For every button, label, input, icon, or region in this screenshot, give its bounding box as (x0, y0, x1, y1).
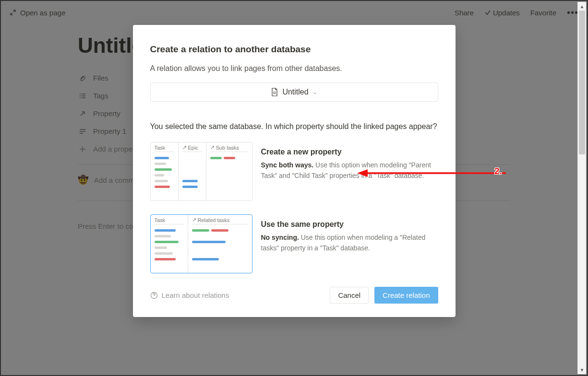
option-description: No syncing. Use this option when modelin… (261, 233, 438, 253)
modal-title: Create a relation to another database (150, 44, 438, 55)
scroll-down-button[interactable]: ▼ (578, 365, 586, 374)
scroll-up-button[interactable]: ▲ (578, 2, 586, 11)
option-title: Create a new property (261, 148, 438, 156)
create-relation-modal: Create a relation to another database A … (133, 25, 456, 317)
selected-database-label: Untitled (282, 88, 308, 96)
thumb-header-task: Task (155, 145, 174, 152)
create-relation-button[interactable]: Create relation (374, 287, 438, 304)
option-new-property[interactable]: Task ↗Epic ↗ (150, 142, 438, 201)
scrollbar-thumb[interactable] (579, 11, 585, 154)
help-icon (150, 292, 158, 299)
page-icon (271, 88, 278, 96)
chevron-down-icon: ⌄ (312, 89, 317, 95)
option-description: Sync both ways. Use this option when mod… (261, 160, 438, 181)
thumb-header-task: Task (155, 218, 184, 224)
option-same-property[interactable]: Task ↗Related tasks (150, 214, 438, 273)
option-thumbnail: Task ↗Epic ↗ (150, 142, 252, 201)
annotation-label: 2. (494, 166, 502, 176)
learn-about-relations-link[interactable]: Learn about relations (150, 291, 229, 299)
modal-subtitle: A relation allows you to link pages from… (150, 64, 438, 73)
scrollbar-track[interactable] (578, 11, 586, 365)
modal-question: You selected the same database. In which… (150, 121, 438, 132)
database-selector[interactable]: Untitled ⌄ (150, 82, 438, 102)
modal-overlay[interactable]: Create a relation to another database A … (1, 1, 587, 375)
learn-label: Learn about relations (162, 291, 229, 299)
thumb-header-sub: ↗Sub tasks (210, 145, 248, 152)
vertical-scrollbar[interactable]: ▲ ▼ (577, 2, 586, 374)
option-title: Use the same property (261, 220, 438, 229)
thumb-header-related: ↗Related tasks (192, 218, 248, 224)
thumb-header-epic: ↗Epic (182, 145, 202, 152)
cancel-button[interactable]: Cancel (330, 287, 369, 304)
option-thumbnail: Task ↗Related tasks (150, 214, 252, 273)
